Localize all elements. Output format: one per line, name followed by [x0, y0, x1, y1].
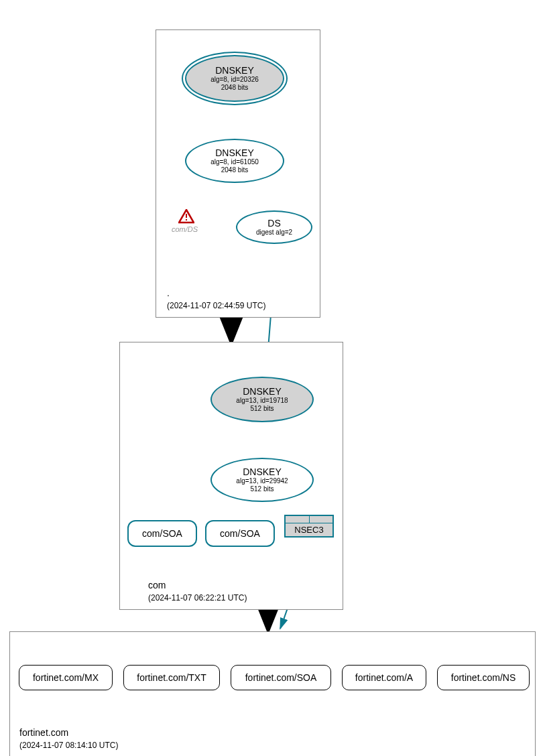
- zone-root-timestamp: (2024-11-07 02:44:59 UTC): [167, 301, 265, 310]
- svg-rect-1: [186, 219, 187, 220]
- warning-icon: [178, 209, 194, 227]
- zone-fortinet-timestamp: (2024-11-07 08:14:10 UTC): [19, 741, 118, 750]
- node-root-ksk-line1: alg=8, id=20326: [210, 76, 259, 84]
- node-fortinet-mx: fortinet.com/MX: [19, 665, 113, 690]
- node-root-ksk-line2: 2048 bits: [221, 84, 249, 92]
- node-com-soa-2: com/SOA: [205, 520, 275, 547]
- node-root-zsk-line2: 2048 bits: [221, 166, 249, 174]
- zone-fortinet: fortinet.com (2024-11-07 08:14:10 UTC): [9, 631, 536, 756]
- node-ds-title: DS: [267, 218, 280, 229]
- node-com-zsk-line2: 512 bits: [250, 485, 274, 493]
- zone-root-name: .: [167, 288, 170, 298]
- node-nsec3: NSEC3: [284, 515, 334, 538]
- node-root-zsk-line1: alg=8, id=61050: [210, 158, 259, 166]
- node-fortinet-ns: fortinet.com/NS: [437, 665, 530, 690]
- node-com-ksk-line2: 512 bits: [250, 405, 274, 413]
- node-com-ksk-title: DNSKEY: [243, 386, 282, 397]
- node-com-soa-1: com/SOA: [127, 520, 197, 547]
- node-ds: DS digest alg=2: [236, 210, 312, 244]
- node-fortinet-txt: fortinet.com/TXT: [123, 665, 220, 690]
- zone-com-timestamp: (2024-11-07 06:22:21 UTC): [148, 593, 247, 603]
- zone-fortinet-name: fortinet.com: [19, 727, 68, 738]
- node-com-ksk-line1: alg=13, id=19718: [236, 397, 288, 405]
- node-fortinet-a: fortinet.com/A: [342, 665, 426, 690]
- node-com-zsk-title: DNSKEY: [243, 466, 282, 477]
- svg-rect-0: [186, 214, 187, 218]
- node-ds-line1: digest alg=2: [256, 229, 292, 237]
- node-root-dnskey-ksk: DNSKEY alg=8, id=20326 2048 bits: [185, 55, 284, 102]
- warning-label: com/DS: [172, 225, 198, 233]
- node-com-zsk-line1: alg=13, id=29942: [236, 477, 288, 485]
- node-fortinet-soa: fortinet.com/SOA: [231, 665, 331, 690]
- node-root-dnskey-zsk: DNSKEY alg=8, id=61050 2048 bits: [185, 139, 284, 183]
- node-root-ksk-title: DNSKEY: [215, 65, 254, 76]
- node-com-dnskey-ksk: DNSKEY alg=13, id=19718 512 bits: [210, 377, 314, 422]
- node-nsec3-label: NSEC3: [286, 523, 332, 536]
- node-root-zsk-title: DNSKEY: [215, 147, 254, 158]
- zone-com-name: com: [148, 580, 166, 590]
- node-com-dnskey-zsk: DNSKEY alg=13, id=29942 512 bits: [210, 458, 314, 502]
